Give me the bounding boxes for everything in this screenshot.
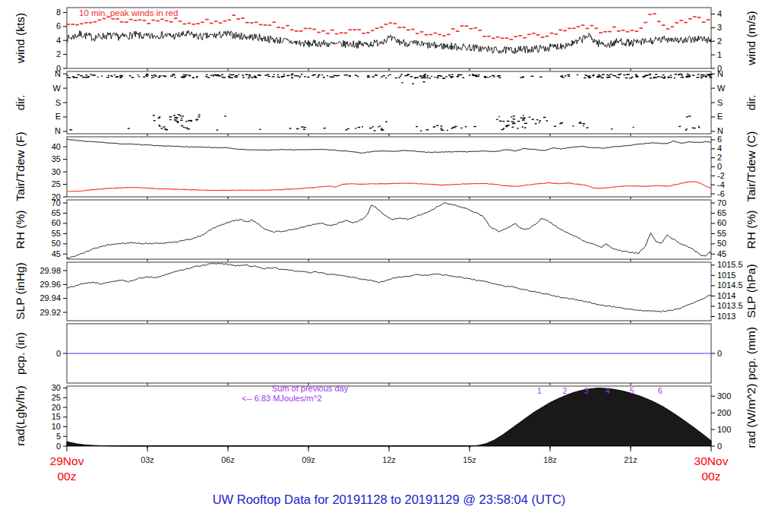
tick-label: E [717, 112, 723, 121]
tick-label: 29.98 [40, 266, 61, 275]
tick-label: 1015.5 [717, 260, 743, 269]
tick-label: 0 [56, 349, 61, 358]
panel-relative-humidity: 455055606570455055606570 [52, 198, 727, 261]
temperature-trace [67, 182, 711, 192]
tick-label: S [55, 98, 61, 107]
tick-label: 1013.5 [717, 301, 743, 310]
tick-label: 55 [717, 229, 726, 238]
tick-label: 15 [52, 412, 61, 421]
x-axis-tick-label: 12z [382, 455, 396, 464]
chart-canvas: 0246801234NESWNNESWN2025303540-6-4-20246… [0, 0, 778, 532]
tick-label: 2 [717, 153, 722, 162]
tick-label: 1014.5 [717, 280, 743, 290]
tick-label: 70 [52, 198, 61, 207]
tick-label: 6 [56, 21, 61, 30]
radiation-hour-mark: 4 [606, 386, 610, 395]
tick-label: -6 [717, 189, 725, 198]
tick-label: 0 [717, 349, 722, 358]
tick-label: 25 [52, 393, 61, 402]
x-axis-tick-label: 15z [463, 455, 476, 464]
tick-label: 50 [52, 239, 61, 248]
radiation-sum-note: Sum of previous day <-- 6.83 MJoules/m^2 [242, 384, 378, 404]
x-axis-end-date: 30Nov 00z [677, 454, 745, 484]
radiation-hour-mark: 6 [658, 386, 663, 395]
tick-label: 29.96 [40, 280, 61, 289]
tick-label: 35 [52, 154, 61, 163]
tick-label: 1014 [717, 291, 735, 300]
panel-sea-level-pressure: 29.9229.9429.9629.9810131013.510141014.5… [40, 260, 742, 323]
tick-label: 20 [52, 403, 61, 412]
tick-label: 0 [717, 162, 722, 171]
radiation-hour-mark: 3 [584, 386, 589, 395]
tick-label: 0 [56, 442, 61, 451]
tick-label: 60 [717, 218, 726, 227]
panel-solar-radiation: 0510152025300100200300123456 [52, 383, 732, 450]
end-date-hour: 00z [677, 469, 745, 484]
tick-label: 70 [717, 198, 726, 207]
tick-label: 30 [52, 383, 61, 392]
tick-label: 60 [52, 218, 61, 227]
panel-precipitation: 00 [56, 324, 722, 385]
tick-label: -2 [717, 171, 725, 180]
x-axis-tick-label: 09z [302, 455, 315, 464]
pressure-left-axis-title: SLP (inHg) [14, 262, 27, 320]
peak-winds-note: 10 min. peak winds in red [79, 8, 178, 17]
tick-label: 6 [717, 135, 722, 144]
tick-label: S [717, 98, 723, 107]
radiation-right-axis-title: rad (W/m^2) [745, 384, 758, 448]
radiation-left-axis-title: rad(Lgly/hr) [14, 385, 27, 445]
tick-label: 45 [717, 249, 726, 258]
tick-label: 29.94 [40, 293, 61, 302]
tick-label: 300 [717, 391, 731, 401]
precip-right-axis-title: pcp. (mm) [745, 327, 758, 380]
tick-label: -4 [717, 180, 725, 189]
meteorogram-page: { "chart_data": { "type": "line", "subty… [0, 0, 778, 532]
tick-label: 65 [52, 208, 61, 217]
start-date-day: 29Nov [33, 454, 101, 469]
tick-label: N [717, 69, 723, 78]
page-title: UW Rooftop Data for 20191128 to 20191129… [0, 492, 778, 507]
tick-label: 3 [717, 23, 722, 32]
tick-label: N [55, 126, 61, 135]
sea-level-pressure-trace [67, 263, 711, 312]
radiation-sum-line1: Sum of previous day [242, 384, 378, 394]
temperature-trace [67, 139, 711, 154]
tick-label: 100 [717, 425, 731, 434]
humidity-right-axis-title: RH (%) [745, 211, 758, 249]
wind-trace [67, 30, 711, 53]
tick-label: E [55, 112, 61, 121]
tick-label: 2 [717, 36, 722, 46]
tick-label: 2 [56, 49, 61, 59]
tick-label: 55 [52, 229, 61, 238]
tick-label: 1013 [717, 312, 735, 321]
tick-label: W [53, 84, 62, 93]
direction-right-axis-title: dir. [745, 95, 758, 111]
tick-label: 1015 [717, 271, 735, 280]
pressure-right-axis-title: SLP (hPa) [745, 264, 758, 318]
tick-label: 30 [52, 167, 61, 176]
x-axis-tick-label: 03z [141, 455, 154, 464]
temperature-right-axis-title: Tair/Tdew (C) [745, 131, 758, 201]
tick-label: 45 [52, 249, 61, 258]
start-date-hour: 00z [33, 469, 101, 484]
x-axis-tick-label: 06z [221, 455, 235, 464]
tick-label: 65 [717, 208, 726, 217]
radiation-sum-line2: <-- 6.83 MJoules/m^2 [242, 394, 378, 404]
tick-label: 200 [717, 408, 731, 417]
x-axis-tick-label: 18z [543, 455, 557, 464]
solar-radiation-area [67, 388, 711, 447]
tick-label: 8 [56, 8, 61, 17]
radiation-hour-mark: 5 [630, 386, 634, 395]
temperature-left-axis-title: Tair/Tdew (F) [14, 131, 27, 201]
end-date-day: 30Nov [677, 454, 745, 469]
precip-left-axis-title: pcp. (in) [14, 332, 27, 375]
x-axis-start-date: 29Nov 00z [33, 454, 101, 484]
tick-label: 4 [717, 144, 722, 153]
tick-label: 4 [56, 36, 61, 45]
radiation-hour-mark: 2 [563, 386, 568, 395]
tick-label: 25 [52, 179, 61, 188]
tick-label: 5 [56, 432, 61, 441]
wind-left-axis-title: wind (kts) [14, 13, 27, 63]
tick-label: 50 [717, 239, 726, 248]
direction-left-axis-title: dir. [14, 95, 27, 111]
